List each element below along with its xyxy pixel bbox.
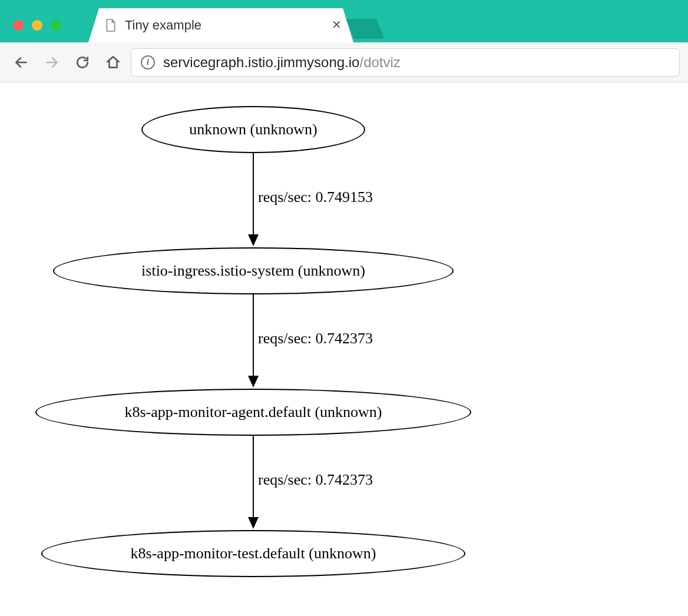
page-icon (105, 18, 117, 32)
graph-edge (253, 294, 254, 377)
window-minimize-button[interactable] (32, 20, 42, 31)
window-zoom-button[interactable] (51, 20, 61, 31)
graph-node-monitor-test: k8s-app-monitor-test.default (unknown) (41, 530, 465, 577)
window-close-button[interactable] (13, 20, 24, 31)
tab-close-button[interactable]: ✕ (331, 20, 342, 31)
back-button[interactable] (8, 49, 34, 75)
new-tab-button[interactable] (346, 19, 385, 39)
forward-button[interactable] (39, 49, 65, 75)
arrowhead-icon (248, 376, 259, 388)
tab-strip: Tiny example ✕ (88, 8, 381, 42)
tab-title: Tiny example (125, 18, 323, 33)
page-viewport: unknown (unknown) istio-ingress.istio-sy… (0, 106, 688, 616)
graph-edge-label: reqs/sec: 0.742373 (258, 471, 373, 489)
arrowhead-icon (248, 234, 259, 246)
graph-edge (253, 436, 254, 518)
graph-edge-label: reqs/sec: 0.742373 (258, 330, 373, 347)
graph-edge-label: reqs/sec: 0.749153 (258, 188, 373, 206)
graph-edge (253, 153, 254, 236)
graph-node-istio-ingress: istio-ingress.istio-system (unknown) (53, 247, 454, 294)
browser-toolbar: i servicegraph.istio.jimmysong.io/dotviz (0, 42, 688, 82)
home-button[interactable] (100, 49, 126, 75)
browser-tab[interactable]: Tiny example ✕ (88, 8, 353, 42)
url-text: servicegraph.istio.jimmysong.io/dotviz (163, 54, 670, 71)
url-path: /dotviz (359, 54, 400, 70)
graph-node-monitor-agent: k8s-app-monitor-agent.default (unknown) (35, 389, 471, 436)
address-bar[interactable]: i servicegraph.istio.jimmysong.io/dotviz (131, 48, 680, 77)
site-info-icon[interactable]: i (141, 55, 155, 69)
arrowhead-icon (248, 517, 259, 529)
url-host: servicegraph.istio.jimmysong.io (163, 54, 359, 70)
window-controls (13, 20, 61, 31)
browser-chrome: Tiny example ✕ (0, 0, 688, 42)
graph-node-unknown: unknown (unknown) (141, 106, 365, 153)
reload-button[interactable] (70, 49, 95, 75)
